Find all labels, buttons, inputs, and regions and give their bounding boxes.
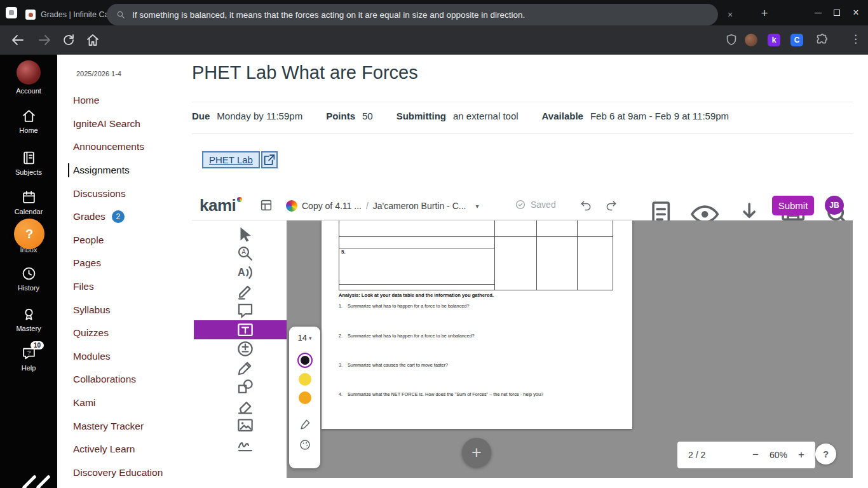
collapse-sidebar-icon[interactable] bbox=[15, 466, 57, 488]
tool-equation[interactable]: Equation bbox=[194, 339, 287, 358]
chat-widget-button[interactable]: ? bbox=[14, 219, 44, 249]
minimize-button[interactable] bbox=[808, 0, 827, 25]
course-nav-discussions[interactable]: Discussions bbox=[57, 182, 191, 205]
document-viewer[interactable]: 5. Analysis: Look at your data table and… bbox=[287, 220, 853, 478]
clever-extension-icon[interactable]: C bbox=[790, 34, 803, 46]
global-nav-calendar[interactable]: Calendar bbox=[0, 189, 57, 215]
browser-menu-icon[interactable]: ⋮ bbox=[850, 32, 861, 46]
tab-close-icon[interactable]: × bbox=[725, 10, 735, 20]
tool-understand[interactable]: A Understand bbox=[194, 244, 287, 263]
course-nav-actively-learn[interactable]: Actively Learn bbox=[57, 438, 191, 461]
extension-icon-brown[interactable] bbox=[745, 34, 757, 46]
submit-button[interactable]: Submit bbox=[772, 196, 814, 215]
undo-icon[interactable] bbox=[580, 199, 592, 212]
course-nav-people[interactable]: People bbox=[57, 229, 191, 252]
course-nav-announcements[interactable]: Announcements bbox=[57, 135, 191, 159]
maximize-button[interactable] bbox=[827, 0, 846, 25]
global-nav-subjects[interactable]: Subjects bbox=[0, 150, 57, 176]
tool-markup[interactable]: Markup bbox=[194, 282, 287, 301]
home-icon[interactable] bbox=[85, 32, 100, 48]
course-nav-grades[interactable]: Grades2 bbox=[57, 205, 191, 229]
tool-shapes[interactable]: Shapes bbox=[194, 377, 287, 396]
color-swatch-black-selected[interactable] bbox=[297, 353, 313, 368]
address-bar-text: If something is balanced, it means that … bbox=[132, 10, 525, 20]
phet-lab-link-row: PHET Lab bbox=[202, 151, 278, 168]
kami-help-button[interactable]: ? bbox=[815, 444, 836, 464]
course-nav-kami[interactable]: Kami bbox=[57, 391, 191, 415]
kami-menu-icon[interactable] bbox=[259, 198, 273, 212]
tool-select[interactable]: Select bbox=[194, 225, 287, 244]
nav-label: Subjects bbox=[15, 168, 42, 176]
browser-window: Grades | Infinite Campus × Home : Feed –… bbox=[0, 0, 868, 488]
new-tab-button[interactable]: + bbox=[756, 5, 773, 22]
tool-comment[interactable]: Comment bbox=[194, 301, 287, 320]
nav-label: Home bbox=[19, 126, 37, 134]
user-avatar[interactable]: JB bbox=[825, 196, 844, 215]
close-window-button[interactable]: × bbox=[846, 0, 865, 25]
nav-link: Files bbox=[73, 281, 94, 292]
nav-link: Discovery Education bbox=[73, 467, 163, 478]
course-nav-pages[interactable]: Pages bbox=[57, 252, 191, 275]
course-nav: 2025/2026 1-4 Home IgniteAI Search Annou… bbox=[57, 55, 191, 488]
course-nav-igniteai-search[interactable]: IgniteAI Search bbox=[57, 112, 191, 136]
color-swatch-yellow[interactable] bbox=[299, 373, 311, 386]
course-nav-mastery-tracker[interactable]: Mastery Tracker bbox=[57, 414, 191, 438]
course-nav-syllabus[interactable]: Syllabus bbox=[57, 298, 191, 322]
tool-read-aloud[interactable]: A Read Aloud bbox=[194, 263, 287, 282]
custom-pen-icon[interactable] bbox=[299, 418, 311, 431]
question-number: 3. bbox=[339, 362, 348, 368]
back-icon[interactable] bbox=[10, 32, 25, 48]
question-text: Summarize what has to happen for a force… bbox=[348, 303, 469, 309]
external-link-icon[interactable] bbox=[261, 151, 278, 168]
window-app-icon[interactable] bbox=[6, 7, 17, 18]
extensions-puzzle-icon[interactable] bbox=[815, 33, 829, 47]
save-status: Saved bbox=[515, 199, 556, 210]
global-nav-help[interactable]: 10 ? Help bbox=[0, 346, 57, 372]
color-palette-icon[interactable] bbox=[299, 438, 311, 451]
pdf-page[interactable]: 5. Analysis: Look at your data table and… bbox=[322, 220, 632, 429]
kami-logo: kami bbox=[200, 196, 242, 215]
zoom-out-button[interactable]: − bbox=[752, 449, 759, 461]
course-nav-modules[interactable]: Modules bbox=[57, 345, 191, 369]
nav-link: Quizzes bbox=[73, 327, 109, 339]
refresh-icon[interactable] bbox=[61, 32, 76, 48]
course-nav-home[interactable]: Home bbox=[57, 89, 191, 112]
doc-title: Copy of 4.11 ... bbox=[302, 201, 362, 211]
nav-link: Announcements bbox=[73, 141, 144, 152]
course-nav-files[interactable]: Files bbox=[57, 275, 191, 299]
tool-text-box[interactable]: Text Box bbox=[194, 320, 287, 339]
global-nav-home[interactable]: Home bbox=[0, 108, 57, 134]
kami-extension-icon[interactable]: k bbox=[768, 34, 780, 46]
global-nav-mastery[interactable]: Mastery bbox=[0, 306, 57, 332]
global-nav-history[interactable]: History bbox=[0, 266, 57, 292]
global-nav-account[interactable]: Account bbox=[0, 60, 57, 95]
divider bbox=[192, 133, 853, 134]
color-swatch-orange[interactable] bbox=[299, 391, 311, 404]
tool-signature[interactable]: Signature bbox=[194, 435, 287, 454]
calendar-icon bbox=[21, 189, 37, 205]
zoom-in-button[interactable]: + bbox=[798, 449, 804, 461]
phet-lab-link[interactable]: PHET Lab bbox=[202, 151, 260, 168]
add-page-button[interactable]: + bbox=[462, 438, 491, 467]
privacy-shield-icon[interactable] bbox=[724, 33, 738, 47]
table-row-number: 5. bbox=[341, 249, 346, 255]
font-size-value: 14 bbox=[298, 333, 307, 342]
forward-icon[interactable] bbox=[37, 32, 52, 48]
browser-toolbar: If something is balanced, it means that … bbox=[0, 25, 868, 55]
redo-icon[interactable] bbox=[605, 199, 618, 212]
tool-eraser[interactable]: Eraser bbox=[194, 396, 287, 416]
zoom-level[interactable]: 60% bbox=[770, 450, 787, 460]
course-nav-discovery-education[interactable]: Discovery Education bbox=[57, 461, 191, 485]
saved-label: Saved bbox=[531, 200, 556, 210]
course-nav-quizzes[interactable]: Quizzes bbox=[57, 322, 191, 345]
course-nav-collaborations[interactable]: Collaborations bbox=[57, 368, 191, 391]
font-size-selector[interactable]: 14 ▾ bbox=[298, 333, 312, 342]
document-title-menu[interactable]: Copy of 4.11 ... / Ja'cameron Burtin - C… bbox=[286, 197, 478, 215]
course-nav-assignments[interactable]: Assignments bbox=[57, 159, 191, 182]
tool-add-media[interactable]: Add Media bbox=[194, 416, 287, 435]
tool-drawing[interactable]: Drawing bbox=[194, 358, 287, 377]
page-indicator: 2 / 2 bbox=[688, 450, 705, 460]
nav-link: Grades bbox=[73, 211, 105, 222]
nav-link: Syllabus bbox=[73, 304, 111, 316]
address-bar[interactable]: If something is balanced, it means that … bbox=[107, 4, 718, 25]
